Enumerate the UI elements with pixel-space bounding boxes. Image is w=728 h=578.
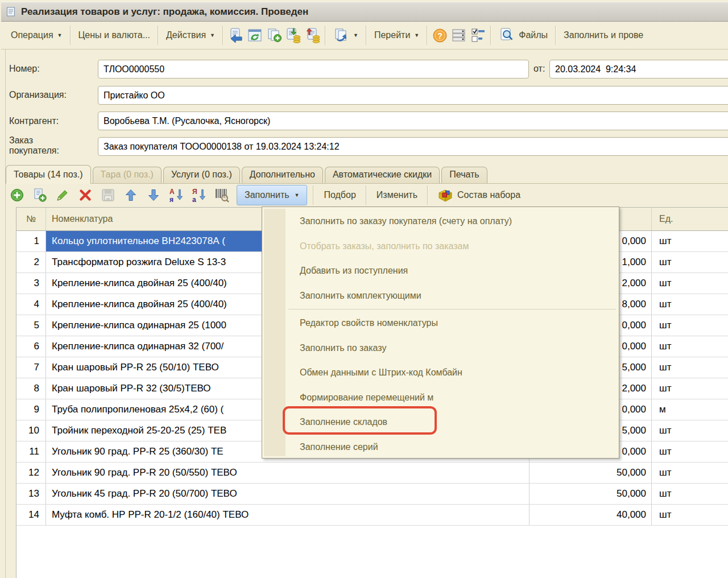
copy-add-icon: [266, 27, 282, 43]
sort-desc-button[interactable]: Яа: [188, 185, 210, 205]
help-icon: ?: [432, 28, 448, 43]
order-label: Заказ покупателя:: [9, 135, 59, 156]
barcode-icon: [214, 187, 230, 203]
list-settings-button[interactable]: [449, 26, 469, 45]
counterparty-label: Контрагент:: [9, 116, 59, 126]
help-button[interactable]: ?: [430, 26, 449, 45]
svg-text:А: А: [169, 188, 175, 196]
customer-order-field[interactable]: [98, 137, 728, 156]
copy-row-icon: [32, 188, 47, 203]
toolbar-separator: [490, 26, 491, 45]
col-header-num[interactable]: №: [16, 208, 46, 230]
chevron-down-icon: ▼: [353, 33, 358, 38]
fill-dropdown-menu: Заполнить по заказу покупателя (счету на…: [262, 207, 619, 459]
copy-add-button[interactable]: [264, 26, 284, 45]
toolbar-separator: [427, 185, 428, 205]
toolbar-separator: [427, 26, 428, 45]
toolbar-separator: [158, 26, 159, 45]
delete-row-button[interactable]: [74, 185, 97, 205]
add-row-button[interactable]: [6, 185, 28, 205]
menu-item-fill-by-order[interactable]: Заполнить по заказу: [262, 336, 619, 361]
tab-auto-discounts[interactable]: Автоматические скидки: [325, 167, 440, 183]
toolbar-separator: [555, 26, 556, 45]
barcode-scan-button[interactable]: [210, 185, 233, 205]
unpost-document-icon: [305, 27, 321, 43]
counterparty-field[interactable]: [98, 112, 728, 130]
fill-and-post-button[interactable]: Заполнить и прове: [559, 26, 648, 44]
goto-menu-button[interactable]: Перейти ▼: [369, 26, 424, 44]
window-frame-line: [5, 49, 6, 578]
arrow-down-icon: [147, 188, 160, 202]
copy-row-button[interactable]: [28, 185, 51, 205]
delete-icon: [78, 188, 92, 202]
menu-item-fill-by-customer-order[interactable]: Заполнить по заказу покупателя (счету на…: [262, 209, 619, 234]
svg-text:Я: Я: [192, 188, 197, 196]
chevron-down-icon: ▼: [210, 33, 215, 38]
edit-row-button[interactable]: [51, 185, 74, 205]
refresh-button[interactable]: [245, 26, 264, 45]
menu-item-fill-components[interactable]: Заполнить комплектующими: [262, 283, 619, 308]
pick-button[interactable]: Подбор: [316, 185, 363, 205]
operation-menu-button[interactable]: Операция ▼: [6, 26, 68, 44]
list-settings-icon: [451, 27, 467, 43]
columns-settings-button[interactable]: [469, 26, 488, 45]
sort-asc-button[interactable]: Ая: [165, 185, 188, 205]
menu-item-select-orders[interactable]: Отобрать заказы, заполнить по заказам: [262, 234, 619, 259]
window-titlebar: Реализация товаров и услуг: продажа, ком…: [1, 2, 728, 22]
tab-goods[interactable]: Товары (14 поз.): [6, 165, 91, 184]
chevron-down-icon: ▼: [295, 193, 300, 198]
svg-text:я: я: [169, 196, 173, 203]
menu-item-property-editor[interactable]: Редактор свойств номенклатуры: [262, 311, 619, 336]
create-based-on-icon: [333, 27, 349, 43]
col-header-unit[interactable]: Ед.: [652, 208, 728, 230]
table-row[interactable]: 14Муфта комб. НР PP-R 20-1/2 (160/40) ТЕ…: [16, 505, 728, 526]
sort-desc-icon: Яа: [191, 187, 207, 203]
toolbar-separator: [222, 26, 224, 45]
chevron-down-icon: ▼: [57, 33, 63, 38]
disk-icon-disabled: ок: [101, 188, 115, 203]
save-close-icon: [228, 27, 243, 43]
files-button[interactable]: Файлы: [494, 23, 553, 47]
end-edit-button[interactable]: ок: [97, 185, 119, 205]
post-document-button[interactable]: [284, 26, 303, 45]
menu-item-fill-series[interactable]: Заполнение серий: [262, 435, 619, 460]
columns-settings-icon: [470, 27, 486, 43]
toolbar-separator: [325, 26, 326, 45]
menu-item-barcode-combine-exchange[interactable]: Обмен данными с Штрих-код Комбайн: [262, 360, 619, 385]
unpost-document-button[interactable]: [303, 26, 322, 45]
fill-menu-button[interactable]: Заполнить ▼: [237, 185, 307, 205]
refresh-icon: [247, 27, 263, 43]
tab-services[interactable]: Услуги (0 поз.): [163, 167, 240, 183]
tab-tare[interactable]: Тара (0 поз.): [93, 167, 162, 183]
sort-asc-icon: Ая: [168, 187, 184, 203]
organization-field[interactable]: [98, 86, 728, 105]
window-title: Реализация товаров и услуг: продажа, ком…: [21, 6, 308, 18]
post-document-icon: [286, 27, 301, 43]
toolbar-separator: [70, 26, 71, 45]
menu-separator: [288, 309, 616, 309]
tab-additional[interactable]: Дополнительно: [242, 167, 323, 183]
annotation-highlight-box: [283, 406, 437, 435]
menu-item-add-from-receipt[interactable]: Добавить из поступления: [262, 258, 619, 283]
save-close-button[interactable]: [226, 26, 245, 45]
set-contents-button[interactable]: Состав набора: [431, 185, 528, 205]
add-icon: [10, 188, 24, 203]
number-label: Номер:: [9, 64, 40, 74]
date-label: от:: [533, 64, 545, 74]
svg-text:?: ?: [437, 31, 442, 40]
number-field[interactable]: [98, 60, 529, 79]
document-tabs: Товары (14 поз.) Тара (0 поз.) Услуги (0…: [6, 165, 728, 184]
table-row[interactable]: 12Угольник 90 град. PP-R 20 (50/550) ТЕВ…: [16, 463, 728, 484]
move-down-button[interactable]: [142, 185, 165, 205]
svg-text:а: а: [192, 196, 196, 203]
prices-currency-button[interactable]: Цены и валюта...: [73, 26, 155, 44]
table-row[interactable]: 13Угольник 45 град. PP-R 20 (50/700) ТЕВ…: [16, 484, 728, 505]
tab-print[interactable]: Печать: [441, 167, 487, 183]
set-contents-icon: [438, 188, 453, 203]
change-button[interactable]: Изменить: [369, 185, 425, 205]
date-field[interactable]: [549, 60, 728, 79]
move-up-button[interactable]: [119, 185, 142, 205]
svg-text:ок: ок: [106, 197, 110, 200]
create-based-on-button[interactable]: ▼: [328, 23, 363, 47]
actions-menu-button[interactable]: Действия ▼: [161, 26, 220, 44]
